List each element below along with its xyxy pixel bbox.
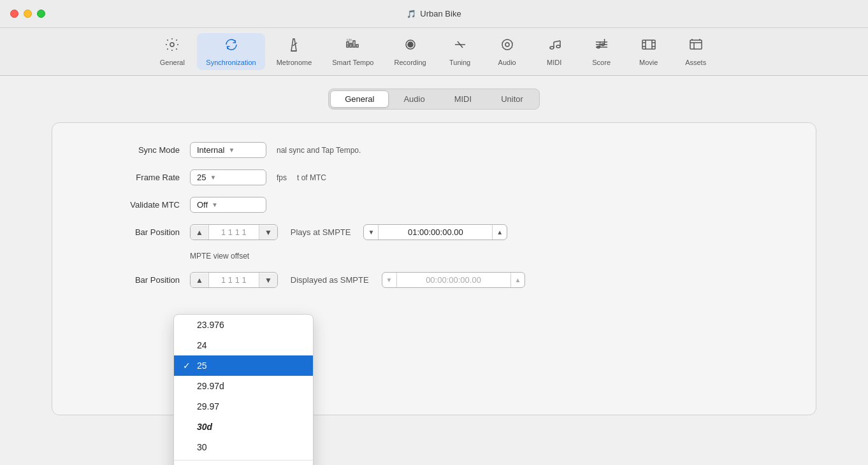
tab-general[interactable]: General xyxy=(330,90,389,108)
bar-position-up-btn-2[interactable]: ▲ xyxy=(191,273,208,287)
assets-icon xyxy=(688,37,704,56)
toolbar-item-assets[interactable]: Assets xyxy=(674,33,718,70)
validate-mtc-dropdown[interactable]: Off ▼ xyxy=(190,197,266,213)
toolbar-item-movie[interactable]: Movie xyxy=(626,33,671,70)
bar-position-down-btn-2[interactable]: ▼ xyxy=(259,273,277,287)
bar-position-value-1: 1 1 1 1 xyxy=(208,225,259,240)
toolbar-label-score: Score xyxy=(592,59,611,66)
validate-mtc-row: Validate MTC Off ▼ xyxy=(78,197,790,213)
toolbar: General Synchronization Metronome xyxy=(0,28,868,76)
svg-text:120: 120 xyxy=(346,38,352,42)
dropdown-item-2997[interactable]: 29.97 xyxy=(174,396,313,417)
displayed-as-smpte-label: Displayed as SMPTE xyxy=(291,275,369,285)
dropdown-item-30[interactable]: 30 xyxy=(174,437,313,457)
validate-mtc-value: Off xyxy=(197,200,208,210)
bar-position-row-2: Bar Position ▲ 1 1 1 1 ▼ Displayed as SM… xyxy=(78,272,790,288)
dropdown-label-30d: 30d xyxy=(197,422,212,432)
recording-icon xyxy=(403,37,418,56)
dropdown-item-24[interactable]: 24 xyxy=(174,335,313,355)
smpte-up-btn[interactable]: ▲ xyxy=(493,226,507,238)
toolbar-label-movie: Movie xyxy=(639,59,658,66)
toolbar-label-tuning: Tuning xyxy=(449,59,470,66)
validate-mtc-label: Validate MTC xyxy=(78,200,180,210)
tab-audio[interactable]: Audio xyxy=(389,90,439,108)
bar-position-row-1: Bar Position ▲ 1 1 1 1 ▼ Plays at SMPTE … xyxy=(78,224,790,240)
dropdown-label-23976: 23.976 xyxy=(197,320,224,330)
toolbar-item-general[interactable]: General xyxy=(150,33,194,70)
dropdown-item-30d[interactable]: 30d xyxy=(174,417,313,437)
dropdown-arrow-icon: ▼ xyxy=(228,147,235,154)
dropdown-label-2997: 29.97 xyxy=(197,401,219,411)
toolbar-item-synchronization[interactable]: Synchronization xyxy=(197,33,264,70)
sync-mode-dropdown[interactable]: Internal ▼ xyxy=(190,142,266,158)
bar-position-control-2: ▲ 1 1 1 1 ▼ Displayed as SMPTE ▼ 00:00:0… xyxy=(190,272,525,288)
plays-at-smpte-value: 01:00:00:00.00 xyxy=(378,225,493,240)
toolbar-item-audio[interactable]: Audio xyxy=(485,33,530,70)
frame-rate-label: Frame Rate xyxy=(78,173,180,182)
dropdown-label-2997d: 29.97d xyxy=(197,381,224,391)
smpte-offset-row: MPTE view offset xyxy=(190,252,790,261)
minimize-button[interactable] xyxy=(24,10,32,18)
dropdown-label-25: 25 xyxy=(197,361,207,371)
sync-icon xyxy=(224,37,239,56)
check-icon: ✓ xyxy=(183,361,191,371)
toolbar-item-smart-tempo[interactable]: 120 AUTO Smart Tempo xyxy=(323,33,382,70)
main-content: General Audio MIDI Unitor Sync Mode Inte… xyxy=(0,76,868,465)
svg-rect-8 xyxy=(353,41,355,47)
svg-rect-33 xyxy=(642,40,655,49)
displayed-as-smpte-field: ▼ 00:00:00:00.00 ▲ xyxy=(382,272,526,288)
dropdown-divider xyxy=(174,460,313,461)
sync-mode-value: Internal xyxy=(197,145,224,155)
frame-rate-unit: fps xyxy=(277,173,287,182)
title-icon: 🎵 xyxy=(407,10,416,18)
bar-position-control-1: ▲ 1 1 1 1 ▼ Plays at SMPTE ▼ 01:00:00:00… xyxy=(190,224,507,240)
smpte-down-btn[interactable]: ▼ xyxy=(364,226,378,238)
toolbar-item-midi[interactable]: MIDI xyxy=(532,33,577,70)
dropdown-item-2997d[interactable]: 29.97d xyxy=(174,376,313,396)
frame-rate-dropdown[interactable]: 25 ▼ xyxy=(190,169,266,185)
bar-position-down-btn-1[interactable]: ▼ xyxy=(259,225,277,240)
toolbar-item-recording[interactable]: Recording xyxy=(386,33,435,70)
sync-mode-row: Sync Mode Internal ▼ nal sync and Tap Te… xyxy=(78,142,790,158)
toolbar-label-metronome: Metronome xyxy=(277,59,312,66)
midi-icon xyxy=(547,37,562,56)
tuning-icon xyxy=(452,37,468,56)
dropdown-item-23976[interactable]: 23.976 xyxy=(174,315,313,335)
sync-mode-description: nal sync and Tap Tempo. xyxy=(277,146,361,155)
dropdown-item-25[interactable]: ✓ 25 xyxy=(174,355,313,376)
frame-rate-row: Frame Rate 25 ▼ fps t of MTC xyxy=(78,169,790,185)
bar-position-stepper-2: ▲ 1 1 1 1 ▼ xyxy=(190,272,278,288)
bar-position-stepper-1: ▲ 1 1 1 1 ▼ xyxy=(190,224,278,240)
bar-position-up-btn-1[interactable]: ▲ xyxy=(191,225,208,240)
validate-mtc-control: Off ▼ xyxy=(190,197,266,213)
frame-rate-description: t of MTC xyxy=(297,173,326,182)
bar-position-value-2: 1 1 1 1 xyxy=(208,273,259,287)
title-bar: 🎵 Urban Bike xyxy=(0,0,868,28)
sync-mode-label: Sync Mode xyxy=(78,145,180,155)
tab-midi[interactable]: MIDI xyxy=(440,90,486,108)
sync-mode-control: Internal ▼ nal sync and Tap Tempo. xyxy=(190,142,361,158)
svg-point-0 xyxy=(170,43,174,46)
toolbar-label-synchronization: Synchronization xyxy=(206,59,256,66)
toolbar-item-tuning[interactable]: Tuning xyxy=(438,33,482,70)
smpte-down-btn-2[interactable]: ▼ xyxy=(382,274,396,286)
smart-tempo-icon: 120 AUTO xyxy=(345,37,361,56)
maximize-button[interactable] xyxy=(37,10,45,18)
frame-rate-control: 25 ▼ fps t of MTC xyxy=(190,169,326,185)
dropdown-arrow-icon-3: ▼ xyxy=(212,201,218,208)
toolbar-item-metronome[interactable]: Metronome xyxy=(268,33,321,70)
toolbar-item-score[interactable]: Score xyxy=(579,33,624,70)
traffic-lights xyxy=(10,10,45,18)
movie-icon xyxy=(641,37,656,56)
toolbar-label-assets: Assets xyxy=(685,59,706,66)
dropdown-arrow-icon-2: ▼ xyxy=(210,174,216,181)
smpte-up-btn-2[interactable]: ▲ xyxy=(511,274,525,286)
tab-unitor[interactable]: Unitor xyxy=(486,90,538,108)
window-title-text: Urban Bike xyxy=(420,9,461,18)
plays-at-smpte-label: Plays at SMPTE xyxy=(291,227,351,237)
gear-icon xyxy=(164,37,180,56)
displayed-as-smpte-value: 00:00:00:00.00 xyxy=(396,273,511,287)
svg-point-22 xyxy=(556,45,560,48)
audio-icon xyxy=(500,37,515,56)
close-button[interactable] xyxy=(10,10,18,18)
